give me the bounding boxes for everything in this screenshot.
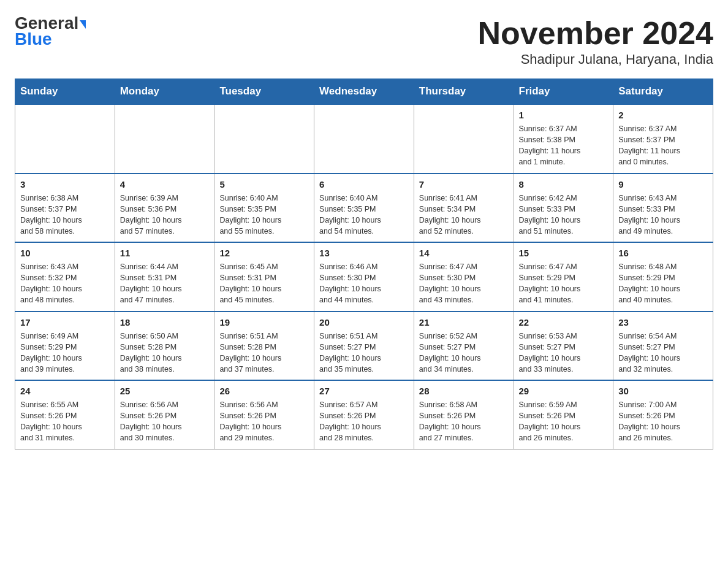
day-number: 1 bbox=[519, 110, 609, 120]
calendar-cell bbox=[314, 104, 414, 174]
cell-inner: 2Sunrise: 6:37 AM Sunset: 5:37 PM Daylig… bbox=[618, 110, 708, 168]
day-info: Sunrise: 6:39 AM Sunset: 5:36 PM Dayligh… bbox=[120, 193, 210, 237]
calendar-cell: 21Sunrise: 6:52 AM Sunset: 5:27 PM Dayli… bbox=[414, 312, 514, 381]
day-info: Sunrise: 6:37 AM Sunset: 5:37 PM Dayligh… bbox=[618, 123, 708, 168]
day-number: 13 bbox=[319, 248, 409, 258]
day-info: Sunrise: 6:40 AM Sunset: 5:35 PM Dayligh… bbox=[319, 193, 409, 237]
cell-inner: 10Sunrise: 6:43 AM Sunset: 5:32 PM Dayli… bbox=[20, 248, 110, 306]
cell-inner: 15Sunrise: 6:47 AM Sunset: 5:29 PM Dayli… bbox=[519, 248, 609, 306]
day-number: 14 bbox=[419, 248, 509, 258]
logo: General Blue bbox=[15, 15, 86, 49]
day-info: Sunrise: 6:48 AM Sunset: 5:29 PM Dayligh… bbox=[618, 261, 708, 306]
calendar-week-row: 17Sunrise: 6:49 AM Sunset: 5:29 PM Dayli… bbox=[15, 312, 713, 381]
calendar-cell: 17Sunrise: 6:49 AM Sunset: 5:29 PM Dayli… bbox=[15, 312, 115, 381]
day-number: 30 bbox=[618, 386, 708, 396]
cell-inner: 25Sunrise: 6:56 AM Sunset: 5:26 PM Dayli… bbox=[120, 386, 210, 444]
cell-inner: 13Sunrise: 6:46 AM Sunset: 5:30 PM Dayli… bbox=[319, 248, 409, 306]
day-number: 6 bbox=[319, 179, 409, 190]
cell-inner: 18Sunrise: 6:50 AM Sunset: 5:28 PM Dayli… bbox=[120, 317, 210, 375]
day-number: 9 bbox=[618, 179, 708, 190]
day-info: Sunrise: 6:38 AM Sunset: 5:37 PM Dayligh… bbox=[20, 193, 110, 237]
calendar-cell: 30Sunrise: 7:00 AM Sunset: 5:26 PM Dayli… bbox=[613, 380, 713, 449]
cell-inner: 7Sunrise: 6:41 AM Sunset: 5:34 PM Daylig… bbox=[419, 179, 509, 237]
calendar-cell: 28Sunrise: 6:58 AM Sunset: 5:26 PM Dayli… bbox=[414, 380, 514, 449]
day-info: Sunrise: 6:42 AM Sunset: 5:33 PM Dayligh… bbox=[519, 193, 609, 237]
calendar-cell: 10Sunrise: 6:43 AM Sunset: 5:32 PM Dayli… bbox=[15, 242, 115, 312]
day-info: Sunrise: 6:57 AM Sunset: 5:26 PM Dayligh… bbox=[319, 399, 409, 444]
day-info: Sunrise: 6:40 AM Sunset: 5:35 PM Dayligh… bbox=[219, 193, 309, 237]
day-info: Sunrise: 6:43 AM Sunset: 5:32 PM Dayligh… bbox=[20, 261, 110, 306]
calendar-cell bbox=[115, 104, 214, 174]
calendar-cell: 7Sunrise: 6:41 AM Sunset: 5:34 PM Daylig… bbox=[414, 174, 514, 243]
day-info: Sunrise: 6:45 AM Sunset: 5:31 PM Dayligh… bbox=[219, 261, 309, 306]
day-number: 22 bbox=[519, 317, 609, 327]
day-number: 29 bbox=[519, 386, 609, 396]
day-number: 26 bbox=[219, 386, 309, 396]
day-info: Sunrise: 6:56 AM Sunset: 5:26 PM Dayligh… bbox=[219, 399, 309, 444]
cell-inner: 6Sunrise: 6:40 AM Sunset: 5:35 PM Daylig… bbox=[319, 179, 409, 237]
day-of-week-header: Monday bbox=[115, 79, 214, 105]
cell-inner: 17Sunrise: 6:49 AM Sunset: 5:29 PM Dayli… bbox=[20, 317, 110, 375]
cell-inner: 24Sunrise: 6:55 AM Sunset: 5:26 PM Dayli… bbox=[20, 386, 110, 444]
cell-inner: 3Sunrise: 6:38 AM Sunset: 5:37 PM Daylig… bbox=[20, 179, 110, 237]
day-info: Sunrise: 6:50 AM Sunset: 5:28 PM Dayligh… bbox=[120, 331, 210, 375]
cell-inner: 19Sunrise: 6:51 AM Sunset: 5:28 PM Dayli… bbox=[219, 317, 309, 375]
cell-inner: 28Sunrise: 6:58 AM Sunset: 5:26 PM Dayli… bbox=[419, 386, 509, 444]
calendar-cell bbox=[15, 104, 115, 174]
day-info: Sunrise: 6:44 AM Sunset: 5:31 PM Dayligh… bbox=[120, 261, 210, 306]
days-of-week-row: SundayMondayTuesdayWednesdayThursdayFrid… bbox=[15, 79, 713, 105]
day-number: 3 bbox=[20, 179, 110, 190]
calendar-cell: 14Sunrise: 6:47 AM Sunset: 5:30 PM Dayli… bbox=[414, 242, 514, 312]
day-number: 16 bbox=[618, 248, 708, 258]
page-header: General Blue November 2024 Shadipur Jula… bbox=[15, 15, 713, 67]
cell-inner: 9Sunrise: 6:43 AM Sunset: 5:33 PM Daylig… bbox=[618, 179, 708, 237]
day-number: 27 bbox=[319, 386, 409, 396]
day-info: Sunrise: 6:37 AM Sunset: 5:38 PM Dayligh… bbox=[519, 123, 609, 168]
cell-inner: 4Sunrise: 6:39 AM Sunset: 5:36 PM Daylig… bbox=[120, 179, 210, 237]
cell-inner: 16Sunrise: 6:48 AM Sunset: 5:29 PM Dayli… bbox=[618, 248, 708, 306]
day-of-week-header: Tuesday bbox=[214, 79, 314, 105]
cell-inner: 20Sunrise: 6:51 AM Sunset: 5:27 PM Dayli… bbox=[319, 317, 409, 375]
calendar-cell: 19Sunrise: 6:51 AM Sunset: 5:28 PM Dayli… bbox=[214, 312, 314, 381]
calendar-week-row: 1Sunrise: 6:37 AM Sunset: 5:38 PM Daylig… bbox=[15, 104, 713, 174]
calendar-cell: 16Sunrise: 6:48 AM Sunset: 5:29 PM Dayli… bbox=[613, 242, 713, 312]
day-info: Sunrise: 6:56 AM Sunset: 5:26 PM Dayligh… bbox=[120, 399, 210, 444]
day-number: 8 bbox=[519, 179, 609, 190]
calendar-cell: 22Sunrise: 6:53 AM Sunset: 5:27 PM Dayli… bbox=[514, 312, 613, 381]
day-info: Sunrise: 6:58 AM Sunset: 5:26 PM Dayligh… bbox=[419, 399, 509, 444]
cell-inner: 27Sunrise: 6:57 AM Sunset: 5:26 PM Dayli… bbox=[319, 386, 409, 444]
day-info: Sunrise: 6:43 AM Sunset: 5:33 PM Dayligh… bbox=[618, 193, 708, 237]
cell-inner: 23Sunrise: 6:54 AM Sunset: 5:27 PM Dayli… bbox=[618, 317, 708, 375]
day-of-week-header: Friday bbox=[514, 79, 613, 105]
day-number: 24 bbox=[20, 386, 110, 396]
cell-inner: 26Sunrise: 6:56 AM Sunset: 5:26 PM Dayli… bbox=[219, 386, 309, 444]
day-number: 10 bbox=[20, 248, 110, 258]
calendar-cell: 23Sunrise: 6:54 AM Sunset: 5:27 PM Dayli… bbox=[613, 312, 713, 381]
calendar-cell: 6Sunrise: 6:40 AM Sunset: 5:35 PM Daylig… bbox=[314, 174, 414, 243]
calendar-cell: 5Sunrise: 6:40 AM Sunset: 5:35 PM Daylig… bbox=[214, 174, 314, 243]
calendar-cell bbox=[214, 104, 314, 174]
calendar-body: 1Sunrise: 6:37 AM Sunset: 5:38 PM Daylig… bbox=[15, 104, 713, 449]
calendar-cell: 1Sunrise: 6:37 AM Sunset: 5:38 PM Daylig… bbox=[514, 104, 613, 174]
day-of-week-header: Thursday bbox=[414, 79, 514, 105]
day-info: Sunrise: 7:00 AM Sunset: 5:26 PM Dayligh… bbox=[618, 399, 708, 444]
calendar-cell: 18Sunrise: 6:50 AM Sunset: 5:28 PM Dayli… bbox=[115, 312, 214, 381]
day-info: Sunrise: 6:49 AM Sunset: 5:29 PM Dayligh… bbox=[20, 331, 110, 375]
calendar-cell: 2Sunrise: 6:37 AM Sunset: 5:37 PM Daylig… bbox=[613, 104, 713, 174]
day-number: 11 bbox=[120, 248, 210, 258]
cell-inner: 22Sunrise: 6:53 AM Sunset: 5:27 PM Dayli… bbox=[519, 317, 609, 375]
calendar-cell: 12Sunrise: 6:45 AM Sunset: 5:31 PM Dayli… bbox=[214, 242, 314, 312]
day-number: 19 bbox=[219, 317, 309, 327]
day-of-week-header: Wednesday bbox=[314, 79, 414, 105]
cell-inner: 5Sunrise: 6:40 AM Sunset: 5:35 PM Daylig… bbox=[219, 179, 309, 237]
day-number: 23 bbox=[618, 317, 708, 327]
cell-inner: 30Sunrise: 7:00 AM Sunset: 5:26 PM Dayli… bbox=[618, 386, 708, 444]
day-info: Sunrise: 6:59 AM Sunset: 5:26 PM Dayligh… bbox=[519, 399, 609, 444]
day-info: Sunrise: 6:41 AM Sunset: 5:34 PM Dayligh… bbox=[419, 193, 509, 237]
day-number: 20 bbox=[319, 317, 409, 327]
calendar-week-row: 24Sunrise: 6:55 AM Sunset: 5:26 PM Dayli… bbox=[15, 380, 713, 449]
day-info: Sunrise: 6:52 AM Sunset: 5:27 PM Dayligh… bbox=[419, 331, 509, 375]
title-block: November 2024 Shadipur Julana, Haryana, … bbox=[478, 15, 713, 67]
calendar-cell: 9Sunrise: 6:43 AM Sunset: 5:33 PM Daylig… bbox=[613, 174, 713, 243]
day-info: Sunrise: 6:54 AM Sunset: 5:27 PM Dayligh… bbox=[618, 331, 708, 375]
